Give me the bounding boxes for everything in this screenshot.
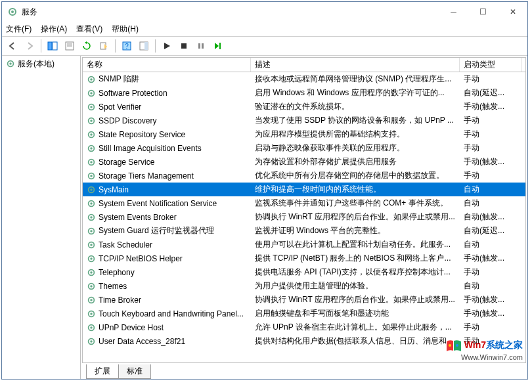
service-start-cell: 手动 <box>460 115 522 126</box>
start-service-button[interactable] <box>159 38 175 54</box>
svg-rect-11 <box>144 42 148 50</box>
service-row[interactable]: State Repository Service为应用程序模型提供所需的基础结构… <box>83 127 525 141</box>
service-name-cell: SysMain <box>83 185 251 194</box>
help-button[interactable]: ? <box>119 38 135 54</box>
service-row[interactable]: System Guard 运行时监视器代理监视并证明 Windows 平台的完整… <box>83 224 525 238</box>
service-desc-cell: 当发现了使用 SSDP 协议的网络设备和服务，如 UPnP ... <box>251 115 460 126</box>
column-name[interactable]: 名称 <box>83 58 251 72</box>
action-pane-button[interactable] <box>136 38 152 54</box>
svg-point-29 <box>90 147 93 150</box>
service-start-cell: 自动(延迟... <box>460 225 522 236</box>
service-row[interactable]: Spot Verifier验证潜在的文件系统损坏。手动(触发... <box>83 100 525 114</box>
service-desc-cell: 提供 TCP/IP (NetBT) 服务上的 NetBIOS 和网络上客户... <box>251 253 460 264</box>
view-tabs: 扩展 标准 <box>81 364 527 379</box>
show-hide-tree-button[interactable] <box>45 38 60 54</box>
column-startup-type[interactable]: 启动类型 <box>460 58 522 72</box>
service-row[interactable]: Software Protection启用 Windows 和 Windows … <box>83 86 525 100</box>
service-start-cell: 自动(触发... <box>460 211 522 223</box>
service-name-cell: Time Broker <box>83 295 251 305</box>
gear-icon <box>87 102 96 112</box>
tab-extended[interactable]: 扩展 <box>86 364 119 379</box>
service-desc-cell: 验证潜在的文件系统损坏。 <box>251 101 460 112</box>
restart-service-button[interactable] <box>210 38 226 54</box>
maximize-button[interactable]: ☐ <box>468 3 498 22</box>
svg-rect-3 <box>53 42 57 50</box>
service-row[interactable]: System Event Notification Service监视系统事件并… <box>83 196 525 210</box>
service-row[interactable]: SSDP Discovery当发现了使用 SSDP 协议的网络设备和服务，如 U… <box>83 114 525 127</box>
service-name-cell: Still Image Acquisition Events <box>83 144 251 153</box>
gear-icon <box>87 158 96 167</box>
forward-button[interactable] <box>22 38 37 54</box>
menu-action[interactable]: 操作(A) <box>41 24 67 35</box>
app-icon <box>7 7 18 17</box>
minimize-button[interactable]: ─ <box>439 3 468 22</box>
service-desc-cell: 优化系统中所有分层存储空间的存储层中的数据放置。 <box>251 170 460 181</box>
service-name-cell: Storage Service <box>83 158 251 167</box>
sidebar-item-services-local[interactable]: 服务(本地) <box>3 57 79 70</box>
svg-point-57 <box>90 340 93 343</box>
service-start-cell: 手动(触发... <box>460 294 522 305</box>
service-row[interactable]: TCP/IP NetBIOS Helper提供 TCP/IP (NetBT) 服… <box>83 251 525 265</box>
svg-point-49 <box>90 285 93 288</box>
service-name-cell: State Repository Service <box>83 130 251 139</box>
svg-rect-2 <box>48 42 52 50</box>
refresh-button[interactable] <box>79 38 95 54</box>
svg-point-47 <box>90 271 93 274</box>
svg-point-39 <box>90 216 93 219</box>
menu-file[interactable]: 文件(F) <box>6 24 32 35</box>
menu-view[interactable]: 查看(V) <box>76 24 102 35</box>
export-button[interactable] <box>96 38 112 54</box>
svg-point-23 <box>90 106 93 108</box>
gear-icon <box>87 268 96 277</box>
stop-service-button[interactable] <box>176 38 192 54</box>
service-start-cell: 自动 <box>460 280 522 292</box>
service-row[interactable]: Task Scheduler使用户可以在此计算机上配置和计划自动任务。此服务..… <box>83 238 525 251</box>
svg-point-55 <box>90 326 93 329</box>
service-start-cell: 手动 <box>460 322 522 333</box>
svg-rect-14 <box>202 43 204 49</box>
tab-standard[interactable]: 标准 <box>118 364 151 379</box>
service-start-cell: 自动 <box>460 184 522 195</box>
properties-button[interactable] <box>62 38 78 54</box>
service-desc-cell: 启用 Windows 和 Windows 应用程序的数字许可证的... <box>251 87 460 98</box>
service-desc-cell: 维护和提高一段时间内的系统性能。 <box>251 184 460 195</box>
service-row[interactable]: SNMP 陷阱接收本地或远程简单网络管理协议 (SNMP) 代理程序生...手动 <box>83 72 525 86</box>
gear-icon <box>87 337 96 346</box>
service-rows[interactable]: SNMP 陷阱接收本地或远程简单网络管理协议 (SNMP) 代理程序生...手动… <box>83 72 525 362</box>
service-desc-cell: 监视并证明 Windows 平台的完整性。 <box>251 225 460 236</box>
service-row[interactable]: Still Image Acquisition Events启动与静态映像获取事… <box>83 141 525 155</box>
service-row[interactable]: SysMain维护和提高一段时间内的系统性能。自动 <box>83 183 525 196</box>
svg-point-43 <box>90 244 93 246</box>
service-row[interactable]: Themes为用户提供使用主题管理的体验。自动 <box>83 279 525 293</box>
svg-point-51 <box>90 299 93 301</box>
service-start-cell: 手动(触发... <box>460 156 522 167</box>
column-description[interactable]: 描述 <box>251 58 460 72</box>
service-row[interactable]: System Events Broker协调执行 WinRT 应用程序的后台作业… <box>83 210 525 224</box>
service-row[interactable]: Storage Service为存储设置和外部存储扩展提供启用服务手动(触发..… <box>83 155 525 169</box>
service-row[interactable]: UPnP Device Host允许 UPnP 设备宿主在此计算机上。如果停止此… <box>83 320 525 334</box>
gear-icon <box>87 309 96 318</box>
svg-point-17 <box>9 62 12 65</box>
menu-help[interactable]: 帮助(H) <box>112 24 139 35</box>
service-start-cell: 手动 <box>460 74 522 85</box>
gear-icon <box>87 295 96 305</box>
service-name-cell: SSDP Discovery <box>83 116 251 125</box>
service-desc-cell: 监视系统事件并通知订户这些事件的 COM+ 事件系统。 <box>251 198 460 209</box>
gear-icon <box>87 130 96 139</box>
service-row[interactable]: Touch Keyboard and Handwriting Panel...启… <box>83 307 525 320</box>
close-button[interactable]: ✕ <box>498 3 527 22</box>
back-button[interactable] <box>5 38 20 54</box>
service-name-cell: Telephony <box>83 268 251 277</box>
service-name-cell: UPnP Device Host <box>83 323 251 332</box>
service-desc-cell: 接收本地或远程简单网络管理协议 (SNMP) 代理程序生... <box>251 74 460 85</box>
titlebar[interactable]: 服务 ─ ☐ ✕ <box>2 2 527 22</box>
service-row[interactable]: Telephony提供电话服务 API (TAPI)支持，以便各程序控制本地计.… <box>83 265 525 279</box>
service-desc-cell: 提供对结构化用户数据(包括联系人信息、日历、消息和... <box>251 336 460 347</box>
pause-service-button[interactable] <box>193 38 209 54</box>
svg-point-21 <box>90 92 93 95</box>
service-row[interactable]: Time Broker协调执行 WinRT 应用程序的后台作业。如果停止或禁用.… <box>83 293 525 307</box>
svg-point-41 <box>90 230 93 232</box>
svg-point-37 <box>90 202 93 205</box>
service-row[interactable]: Storage Tiers Management优化系统中所有分层存储空间的存储… <box>83 169 525 183</box>
service-desc-cell: 为应用程序模型提供所需的基础结构支持。 <box>251 129 460 140</box>
